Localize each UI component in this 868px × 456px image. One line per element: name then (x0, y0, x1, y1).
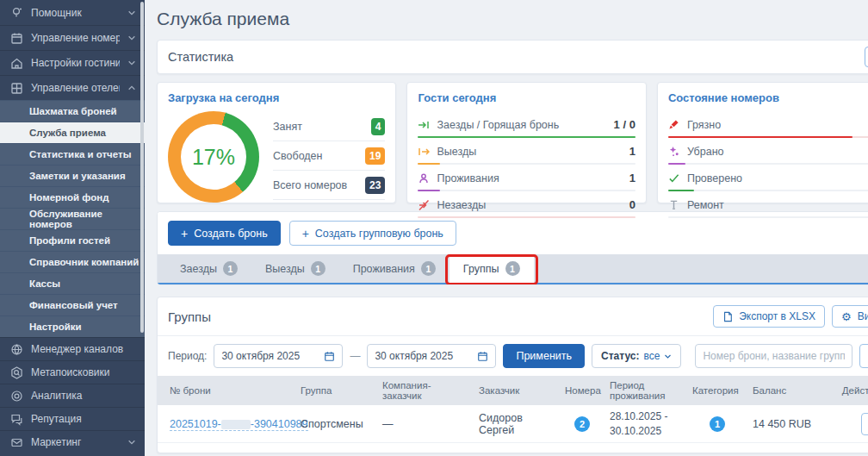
search-input[interactable] (695, 344, 852, 368)
tab-count-badge: 1 (505, 261, 520, 276)
progress-track (418, 136, 635, 138)
statistics-panel-header: Статистика (157, 40, 868, 74)
progress-fill (668, 136, 853, 138)
tab-arrivals[interactable]: Заезды 1 (166, 254, 251, 283)
progress-fill (668, 190, 694, 191)
sidebar-item-guest-profiles[interactable]: Профили гостей (0, 229, 145, 251)
metric-label: Проверено (687, 172, 868, 184)
sidebar-item-analytics[interactable]: Аналитика (0, 384, 145, 407)
tab-label: Выезды (265, 263, 305, 275)
document-icon (722, 311, 733, 322)
sidebar-item-financial[interactable]: Финансовый учет (0, 294, 145, 315)
sidebar-item-reputation[interactable]: Репутация (0, 407, 145, 430)
row-actions-button[interactable] (861, 413, 868, 435)
occupancy-card: Загрузка на сегодня 17% Занят 4 Свободен (157, 82, 396, 203)
sidebar-item-channel-manager[interactable]: Менеджер каналов (0, 337, 145, 360)
company-cell: — (377, 416, 474, 432)
main-content: Служба приема Статистика Загрузка на сег… (145, 0, 868, 456)
metric-label: Незаезды (437, 199, 622, 211)
metric-label: Грязно (687, 119, 866, 131)
metric-row: Незаезды 0 (418, 191, 635, 218)
apply-button[interactable]: Применить (503, 344, 585, 368)
submenu-label: Кассы (29, 278, 60, 289)
sidebar-item-label: Помощник (31, 7, 120, 19)
metric-value: 1 (629, 172, 636, 184)
table-header-row: № брони Группа Компания-заказчик Заказчи… (158, 376, 868, 405)
sidebar-item-chessboard[interactable]: Шахматка броней (0, 100, 145, 122)
sidebar-item-companies[interactable]: Справочник компаний (0, 251, 145, 272)
legend-label: Всего номеров (273, 179, 347, 191)
sidebar-item-room-service[interactable]: Обслуживание номеров (0, 208, 145, 229)
view-settings-button[interactable]: ⚙ Вид (832, 305, 868, 328)
status-label: Статус: (601, 350, 639, 362)
chevron-down-icon (664, 353, 672, 360)
column-header: № брони (158, 384, 295, 397)
status-value: все (643, 350, 660, 362)
button-label: Экспорт в XLSX (739, 310, 815, 322)
groups-panel: Группы Экспорт в XLSX ⚙ Вид Период: (157, 297, 868, 453)
metric-value: 1 (629, 145, 636, 158)
category-badge: 1 (710, 416, 725, 432)
tab-departures[interactable]: Выезды 1 (251, 254, 339, 283)
sidebar-item-label: Менеджер каналов (31, 343, 136, 355)
legend-label: Свободен (273, 150, 322, 162)
no-show-icon (418, 199, 430, 211)
date-to-input[interactable]: 30 октября 2025 (367, 344, 496, 368)
page-title: Служба приема (157, 9, 868, 29)
groups-filter-row: Период: 30 октября 2025 — 30 октября 202… (158, 336, 868, 376)
progress-track (418, 190, 635, 191)
sidebar-item-label: Управление отелем (31, 82, 120, 94)
sidebar-item-metasearch[interactable]: Метапоисковики (0, 360, 145, 384)
progress-track (668, 216, 868, 218)
progress-fill (418, 190, 439, 191)
collapse-button[interactable] (865, 47, 868, 67)
sidebar-item-room-fund[interactable]: Номерной фонд (0, 186, 145, 208)
sidebar-item-cash-desks[interactable]: Кассы (0, 272, 145, 294)
status-filter-dropdown[interactable]: Статус: все (592, 344, 681, 368)
sidebar-item-settings[interactable]: Настройки (0, 315, 145, 337)
create-group-booking-button[interactable]: + Создать групповую бронь (289, 221, 456, 246)
tab-groups[interactable]: Группы 1 (450, 254, 534, 283)
button-label: Создать групповую бронь (315, 228, 443, 240)
balance-cell: 14 450 RUB (747, 416, 823, 432)
sidebar-item-label: Репутация (31, 413, 136, 425)
booking-prefix: 20251019- (170, 418, 221, 430)
column-header: Период проживания (604, 378, 687, 403)
sidebar-item-label: Настройки гостиницы (31, 57, 120, 69)
sidebar-item-notes[interactable]: Заметки и указания (0, 165, 145, 186)
export-xlsx-button[interactable]: Экспорт в XLSX (713, 305, 825, 328)
sidebar-item-rooms-management[interactable]: Управление номерами (0, 25, 145, 50)
sidebar-item-hotel-management[interactable]: Управление отелем (0, 75, 145, 100)
sidebar-item-hotel-settings[interactable]: Настройки гостиницы (0, 50, 145, 75)
metric-label: Ремонт (687, 199, 868, 211)
tab-stays[interactable]: Проживания 1 (339, 254, 450, 283)
metric-value: 0 (629, 198, 636, 211)
count-badge: 19 (365, 147, 385, 165)
button-label: Применить (516, 350, 572, 362)
search-button[interactable] (859, 344, 868, 368)
date-from-input[interactable]: 30 октября 2025 (214, 344, 343, 368)
occupancy-legend: Занят 4 Свободен 19 Всего номеров 23 (273, 112, 385, 203)
column-header: Заказчик (474, 384, 560, 397)
metasearch-icon (10, 366, 23, 379)
column-header: Действие (823, 384, 868, 397)
progress-track (668, 190, 868, 191)
tab-label: Группы (463, 263, 499, 275)
rooms-state-title: Состояние номеров (668, 91, 868, 104)
sidebar-item-assistant[interactable]: Помощник (0, 0, 145, 25)
actions-row: + Создать бронь + Создать групповую брон… (158, 212, 868, 254)
guests-card: Гости сегодня Заезды / Горящая бронь 1 /… (406, 82, 646, 203)
sidebar-item-front-desk[interactable]: Служба приема (0, 122, 145, 143)
submenu-label: Шахматка броней (29, 106, 117, 116)
sidebar-scrollbar[interactable] (140, 2, 144, 333)
groups-panel-header: Группы Экспорт в XLSX ⚙ Вид (158, 297, 868, 336)
create-booking-button[interactable]: + Создать бронь (168, 221, 281, 246)
metric-row: Проверено 2 (668, 165, 868, 191)
tab-label: Заезды (180, 263, 217, 275)
sidebar-item-statistics[interactable]: Статистика и отчеты (0, 143, 145, 165)
occupancy-donut-chart: 17% (168, 111, 259, 203)
departure-icon (418, 146, 430, 158)
sidebar-item-marketing[interactable]: Маркетинг (0, 430, 145, 453)
booking-number-link[interactable]: 20251019--390410989 (170, 418, 308, 431)
legend-row: Всего номеров 23 (273, 171, 385, 200)
